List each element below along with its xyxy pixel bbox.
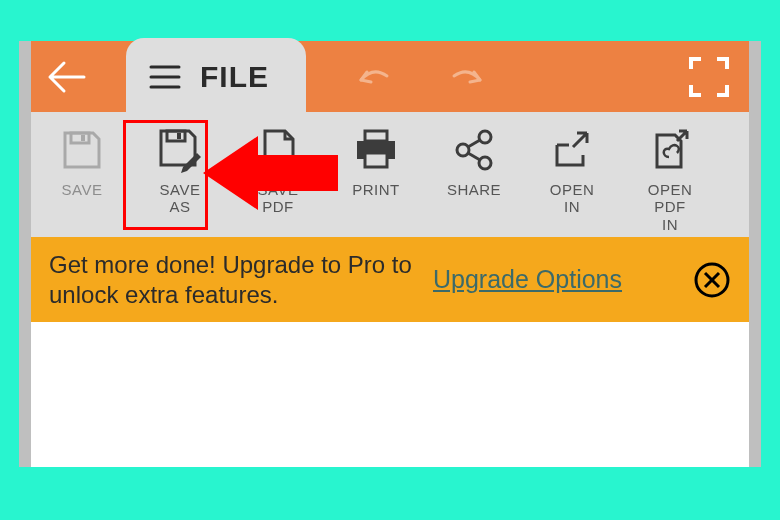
svg-point-10 <box>479 131 491 143</box>
svg-rect-9 <box>365 153 387 167</box>
svg-rect-6 <box>177 133 181 139</box>
undo-button[interactable] <box>351 62 393 92</box>
save-pdf-icon <box>255 122 301 177</box>
print-icon <box>351 122 401 177</box>
open-pdf-in-icon <box>647 122 693 177</box>
redo-button[interactable] <box>448 62 490 92</box>
tool-label: SHARE <box>447 181 501 198</box>
upgrade-options-link[interactable]: Upgrade Options <box>433 265 679 294</box>
share-icon <box>451 122 497 177</box>
top-bar: FILE <box>31 41 749 112</box>
save-button[interactable]: SAVE <box>43 122 121 198</box>
undo-redo-group <box>331 41 490 112</box>
svg-point-11 <box>457 144 469 156</box>
back-button[interactable] <box>31 60 101 94</box>
share-button[interactable]: SHARE <box>435 122 513 198</box>
file-tab[interactable]: FILE <box>126 38 306 116</box>
tool-label: OPENIN <box>550 181 595 216</box>
save-icon <box>59 122 105 177</box>
banner-close-button[interactable] <box>693 261 731 299</box>
tool-label: SAVEPDF <box>258 181 299 216</box>
file-toolbar: SAVE SAVEAS SAVEPDF <box>31 112 749 237</box>
svg-rect-4 <box>81 135 85 141</box>
banner-text: Get more done! Upgrade to Pro to unlock … <box>49 250 419 310</box>
svg-line-14 <box>468 153 480 160</box>
tool-label: SAVE <box>62 181 103 198</box>
open-in-button[interactable]: OPENIN <box>533 122 611 216</box>
upgrade-banner: Get more done! Upgrade to Pro to unlock … <box>31 237 749 322</box>
svg-point-12 <box>479 157 491 169</box>
redo-icon <box>448 62 490 92</box>
undo-icon <box>351 62 393 92</box>
print-button[interactable]: PRINT <box>337 122 415 198</box>
close-icon <box>693 261 731 299</box>
svg-line-13 <box>468 140 480 147</box>
tool-label: PRINT <box>352 181 400 198</box>
open-pdf-in-button[interactable]: OPENPDFIN <box>631 122 709 233</box>
svg-rect-3 <box>71 133 89 143</box>
save-as-button[interactable]: SAVEAS <box>141 122 219 216</box>
back-arrow-icon <box>46 60 86 94</box>
fullscreen-icon <box>687 55 731 99</box>
tool-label: OPENPDFIN <box>648 181 693 233</box>
tab-label: FILE <box>200 60 269 94</box>
app-window: FILE <box>19 41 761 467</box>
document-area[interactable] <box>31 322 749 467</box>
svg-rect-5 <box>167 131 185 141</box>
open-in-icon <box>549 122 595 177</box>
tool-label: SAVEAS <box>160 181 201 216</box>
svg-rect-7 <box>365 131 387 141</box>
save-as-icon <box>155 122 205 177</box>
menu-icon <box>148 64 182 90</box>
fullscreen-button[interactable] <box>687 55 731 99</box>
save-pdf-button[interactable]: SAVEPDF <box>239 122 317 216</box>
